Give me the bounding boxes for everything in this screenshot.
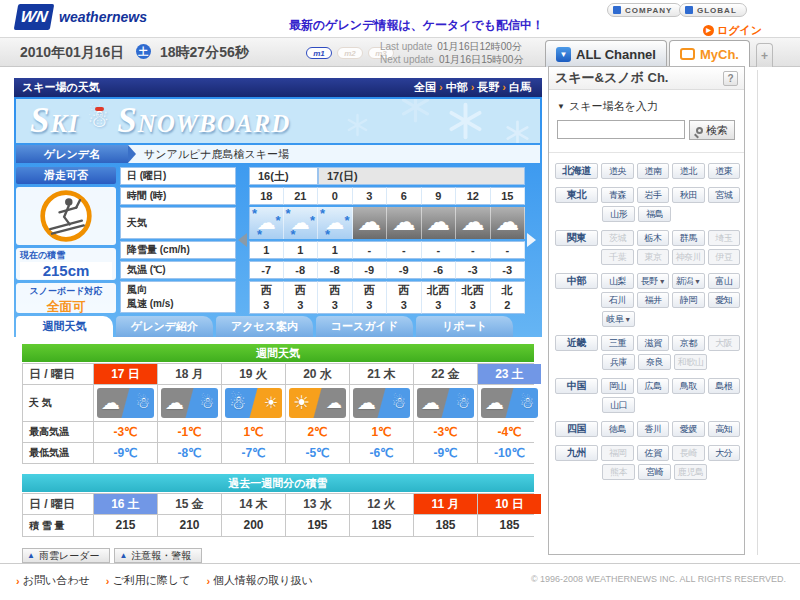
region-spacer <box>555 292 598 308</box>
scroll-left-arrow[interactable] <box>236 167 249 313</box>
content-tab[interactable]: 週間天気 <box>16 316 113 337</box>
footer-link[interactable]: ›個人情報の取り扱い <box>206 573 312 588</box>
hourly-time: 0 <box>318 187 353 205</box>
snowboard-status: 全面可 <box>16 298 116 316</box>
prefecture-button[interactable]: 秋田 <box>672 187 704 203</box>
region-button[interactable]: 東北 <box>555 187 598 203</box>
prefecture-button[interactable]: 長野▼ <box>637 273 669 289</box>
region-grid: 北海道道央道南道北道東東北青森岩手秋田宮城山形福島関東茨城栃木群馬埼玉千葉東京神… <box>549 153 744 480</box>
prefecture-button[interactable]: 高知 <box>708 421 740 437</box>
prefecture-button[interactable]: 岐阜▼ <box>602 311 635 327</box>
region-button[interactable]: 北海道 <box>555 163 598 179</box>
breadcrumb-item[interactable]: 中部 <box>446 81 468 93</box>
row-label-snowfall: 降雪量 (cm/h) <box>120 241 236 259</box>
prefecture-button: 埼玉 <box>708 230 740 246</box>
region-button[interactable]: 九州 <box>555 445 598 461</box>
prefecture-button[interactable]: 福島 <box>638 206 671 222</box>
region-button[interactable]: 中国 <box>555 378 598 394</box>
my-channel-tab[interactable]: MyCh. <box>669 40 750 67</box>
prefecture-button[interactable]: 香川 <box>637 421 669 437</box>
prefecture-button[interactable]: 徳島 <box>601 421 633 437</box>
prefecture-button[interactable]: 佐賀 <box>637 445 669 461</box>
scroll-right-arrow[interactable] <box>525 167 538 313</box>
search-label-row[interactable]: ▼ スキー場名を入力 <box>557 99 736 114</box>
region-button[interactable]: 中部 <box>555 273 598 289</box>
global-icon <box>685 6 693 14</box>
prefecture-button[interactable]: 新潟▼ <box>672 273 704 289</box>
region-button[interactable]: 関東 <box>555 230 598 246</box>
region-button[interactable]: 四国 <box>555 421 598 437</box>
prefecture-button[interactable]: 宮崎 <box>638 464 671 480</box>
anchor-link-button[interactable]: ▲注意報・警報 <box>114 548 202 563</box>
prefecture-button[interactable]: 青森 <box>601 187 633 203</box>
prefecture-button[interactable]: 栃木 <box>637 230 669 246</box>
snow-icon: ☃ <box>456 393 470 412</box>
search-button[interactable]: 検索 <box>689 120 735 140</box>
resort-label: ゲレンデ名 <box>16 145 128 163</box>
help-button[interactable]: ? <box>723 71 738 86</box>
dropdown-arrow-icon: ▼ <box>694 278 700 285</box>
monitor-button-m1[interactable]: m1 <box>306 47 332 59</box>
prefecture-button[interactable]: 滋賀 <box>637 335 669 351</box>
login-link[interactable]: ▶ ログイン <box>703 23 762 38</box>
prefecture-button[interactable]: 道北 <box>672 163 704 179</box>
weathernews-logo[interactable]: WN weathernews <box>16 4 147 30</box>
prefecture-button[interactable]: 富山 <box>708 273 740 289</box>
breadcrumb-item[interactable]: 長野 <box>477 81 499 93</box>
page-title: スキー場の天気 <box>22 81 100 93</box>
wind-direction: 北 <box>491 283 525 298</box>
breadcrumb-item[interactable]: 全国 <box>414 81 436 93</box>
footer-link[interactable]: ›ご利用に際して <box>106 573 191 588</box>
prefecture-button[interactable]: 岡山 <box>601 378 633 394</box>
hourly-temps: -7-8-8-9-9-6-3-3 <box>249 261 525 279</box>
panel-title-bar: スキー場の天気 全国›中部›長野›白馬 <box>14 78 542 97</box>
hourly-temp-value: -8 <box>318 261 353 279</box>
footer: ›お問い合わせ›ご利用に際して›個人情報の取り扱い © 1996-2008 WE… <box>0 563 800 600</box>
prefecture-button[interactable]: 石川 <box>601 292 633 308</box>
current-snow-label: 現在の積雪 <box>20 249 112 262</box>
prefecture-button[interactable]: 京都 <box>672 335 704 351</box>
prefecture-button[interactable]: 奈良 <box>638 354 671 370</box>
prefecture-button: 千葉 <box>601 249 633 265</box>
prefecture-button[interactable]: 愛媛 <box>672 421 704 437</box>
prefecture-button[interactable]: 山形 <box>602 206 635 222</box>
prefecture-button[interactable]: 道央 <box>601 163 633 179</box>
prefecture-button[interactable]: 鳥取 <box>672 378 704 394</box>
prefecture-button[interactable]: 広島 <box>637 378 669 394</box>
prefecture-button[interactable]: 山口 <box>602 397 635 413</box>
prefecture-button: 熊本 <box>602 464 635 480</box>
content-tab[interactable]: アクセス案内 <box>216 316 313 337</box>
resort-search-input[interactable] <box>557 120 685 139</box>
breadcrumb-item[interactable]: 白馬 <box>509 81 531 93</box>
monitor-button-m2[interactable]: m2 <box>337 47 363 59</box>
add-channel-button[interactable]: + <box>756 43 773 67</box>
prefecture-button[interactable]: 島根 <box>708 378 740 394</box>
content-tab[interactable]: リポート <box>416 316 513 337</box>
history-day-header: 13 水 <box>286 494 349 514</box>
prefecture-button[interactable]: 三重 <box>601 335 633 351</box>
anchor-link-button[interactable]: ▲雨雲レーダー <box>22 548 110 563</box>
content-tab[interactable]: コースガイド <box>316 316 413 337</box>
prefecture-button[interactable]: 群馬 <box>672 230 704 246</box>
hourly-data-grid: 16(土)17(日) 182103691215 ***☁***☁***☁☁☁☁☁… <box>249 167 525 313</box>
prefecture-button[interactable]: 宮城 <box>708 187 740 203</box>
footer-link[interactable]: ›お問い合わせ <box>16 573 90 588</box>
breadcrumb-separator-icon: › <box>502 81 506 93</box>
prefecture-button[interactable]: 福井 <box>637 292 669 308</box>
prefecture-button[interactable]: 道南 <box>637 163 669 179</box>
prefecture-button[interactable]: 静岡 <box>672 292 704 308</box>
cloud-then-snow-icon: ☁☃ <box>161 388 218 418</box>
snow-icon: ☃ <box>392 393 406 412</box>
weekly-day-header: 21 木 <box>350 364 413 384</box>
prefecture-button[interactable]: 道東 <box>708 163 740 179</box>
region-button[interactable]: 近畿 <box>555 335 598 351</box>
company-button[interactable]: COMPANY <box>607 3 682 17</box>
prefecture-button[interactable]: 大分 <box>708 445 740 461</box>
content-tab[interactable]: ゲレンデ紹介 <box>116 316 213 337</box>
prefecture-button[interactable]: 愛知 <box>708 292 740 308</box>
all-channel-tab[interactable]: ▼ ALL Channel <box>545 40 667 67</box>
prefecture-button[interactable]: 兵庫 <box>602 354 635 370</box>
prefecture-button[interactable]: 岩手 <box>637 187 669 203</box>
prefecture-button[interactable]: 山梨 <box>601 273 633 289</box>
global-button[interactable]: GLOBAL <box>679 3 747 17</box>
